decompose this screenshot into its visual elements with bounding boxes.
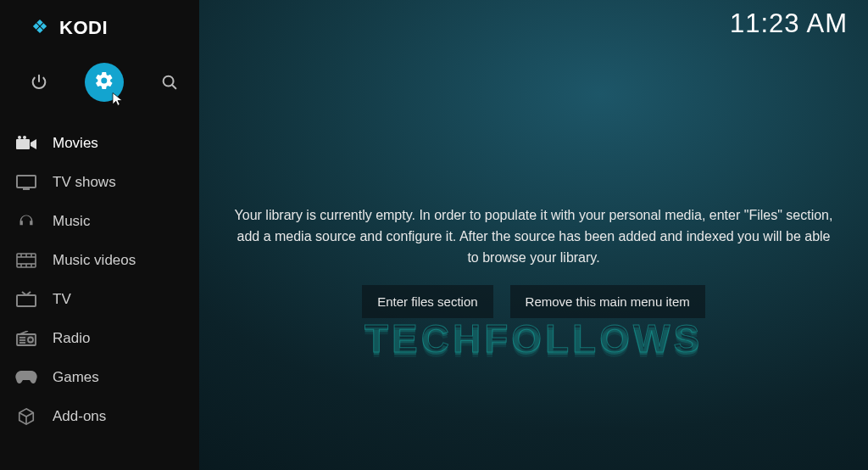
nav-item-games[interactable]: Games [0, 358, 199, 397]
nav-item-musicvideos[interactable]: Music videos [0, 241, 199, 280]
svg-rect-3 [36, 27, 42, 33]
nav-label: Movies [53, 135, 98, 152]
svg-point-8 [23, 136, 26, 139]
tvshows-icon [15, 174, 37, 191]
nav-item-tv[interactable]: TV [0, 280, 199, 319]
main-panel: 11:23 AM Your library is currently empty… [199, 0, 868, 470]
nav-label: Add-ons [53, 408, 106, 425]
musicvideos-icon [15, 252, 37, 269]
empty-library-content: Your library is currently empty. In orde… [199, 205, 868, 318]
games-icon [15, 369, 37, 386]
radio-icon [15, 330, 37, 347]
nav-item-music[interactable]: Music [0, 202, 199, 241]
nav-label: Music videos [53, 252, 136, 269]
nav-label: Games [53, 369, 99, 386]
tv-icon [15, 291, 37, 308]
search-button[interactable] [158, 70, 181, 94]
nav-item-tvshows[interactable]: TV shows [0, 163, 199, 202]
watermark-text: TECHFOLLOWS [364, 316, 703, 361]
nav-item-radio[interactable]: Radio [0, 319, 199, 358]
action-row: Enter files section Remove this main men… [230, 285, 837, 318]
kodi-logo-icon [29, 15, 51, 41]
brand-name: KODI [59, 17, 108, 39]
sidebar: KODI [0, 0, 199, 470]
movies-icon [15, 135, 37, 152]
addons-icon [15, 408, 37, 425]
svg-rect-6 [16, 139, 30, 149]
svg-rect-20 [17, 295, 36, 306]
gear-icon [94, 70, 114, 94]
top-icon-row [0, 48, 199, 119]
cursor-icon [110, 92, 125, 107]
nav-label: TV shows [53, 174, 116, 191]
empty-library-message: Your library is currently empty. In orde… [230, 205, 837, 268]
nav-label: Radio [53, 330, 90, 347]
brand: KODI [0, 0, 199, 48]
music-icon [15, 213, 37, 230]
svg-rect-9 [17, 176, 36, 187]
enter-files-button[interactable]: Enter files section [362, 285, 492, 318]
settings-button[interactable] [85, 63, 124, 102]
nav-label: Music [53, 213, 90, 230]
main-nav: Movies TV shows Music Music videos TV [0, 124, 199, 436]
svg-point-7 [18, 136, 21, 139]
nav-item-movies[interactable]: Movies [0, 124, 199, 163]
power-button[interactable] [27, 70, 51, 94]
nav-label: TV [53, 291, 71, 308]
nav-item-addons[interactable]: Add-ons [0, 397, 199, 436]
remove-menu-item-button[interactable]: Remove this main menu item [510, 285, 705, 318]
svg-line-5 [172, 85, 175, 88]
clock: 11:23 AM [730, 8, 848, 39]
